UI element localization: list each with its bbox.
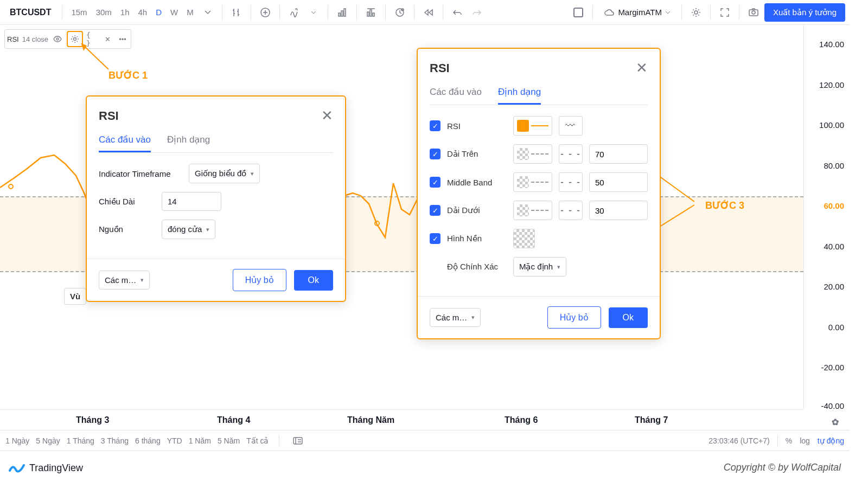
checkbox-middle[interactable]: ✓: [430, 177, 441, 188]
tab-style[interactable]: Định dạng: [498, 86, 541, 105]
range-1y[interactable]: 1 Năm: [189, 436, 211, 445]
x-axis: Tháng 3 Tháng 4 Tháng Năm Tháng 6 Tháng …: [0, 409, 803, 430]
compare-icon[interactable]: [334, 4, 351, 21]
tf-m[interactable]: M: [183, 5, 197, 19]
redo-icon[interactable]: [468, 4, 486, 21]
close-icon[interactable]: ✕: [321, 107, 333, 124]
defaults-select[interactable]: Các m… ▾: [99, 271, 150, 290]
defaults-label: Các m…: [105, 275, 136, 285]
close-icon[interactable]: ✕: [636, 60, 648, 76]
bartype-icon[interactable]: [228, 4, 245, 21]
bg-color-swatch[interactable]: [513, 229, 535, 248]
range-all[interactable]: Tất cả: [246, 436, 269, 445]
tf-1h[interactable]: 1h: [117, 5, 133, 19]
ok-button[interactable]: Ok: [294, 270, 333, 291]
y-tick: 60.00: [824, 201, 844, 210]
tf-30m[interactable]: 30m: [93, 5, 115, 19]
tab-inputs[interactable]: Các đầu vào: [430, 86, 482, 105]
y-tick: 140.00: [819, 40, 844, 49]
cancel-button[interactable]: Hủy bỏ: [547, 306, 601, 329]
svg-rect-1: [339, 13, 340, 16]
undo-icon[interactable]: [449, 4, 466, 21]
defaults-select[interactable]: Các m… ▾: [430, 308, 481, 327]
footer: TradingView Copyright © by WolfCapital: [0, 451, 850, 495]
log-toggle[interactable]: log: [800, 436, 810, 445]
tf-d[interactable]: D: [152, 5, 165, 19]
style-bg-label: Hình Nền: [447, 234, 507, 243]
tf-15m[interactable]: 15m: [68, 5, 90, 19]
range-1d[interactable]: 1 Ngày: [5, 436, 29, 445]
chevron-down-icon[interactable]: [305, 4, 322, 21]
middle-linestyle[interactable]: - - -: [559, 172, 583, 192]
svg-point-11: [752, 11, 755, 14]
publish-button[interactable]: Xuất bản ý tưởng: [764, 3, 845, 22]
defaults-label: Các m…: [436, 313, 467, 322]
tf-w[interactable]: W: [167, 5, 181, 19]
range-5y[interactable]: 5 Năm: [218, 436, 240, 445]
lower-color-swatch[interactable]: [513, 201, 552, 220]
checkbox-background[interactable]: ✓: [430, 233, 441, 244]
tradingview-glyph-icon: [9, 462, 25, 474]
style-middle-label: Middle Band: [447, 178, 507, 187]
auto-toggle[interactable]: tự động: [818, 436, 844, 445]
indicator-timeframe-select[interactable]: Giống biểu đồ ▾: [189, 164, 260, 183]
y-tick: 100.00: [819, 120, 844, 130]
lower-linestyle[interactable]: - - -: [559, 201, 583, 220]
upper-color-swatch[interactable]: [513, 144, 552, 164]
range-5d[interactable]: 5 Ngày: [36, 436, 60, 445]
range-6m[interactable]: 6 tháng: [135, 436, 161, 445]
y-tick: -20.00: [821, 363, 844, 372]
dialog-title: RSI: [430, 61, 450, 75]
pct-toggle[interactable]: %: [786, 436, 792, 445]
settings-icon[interactable]: [687, 4, 705, 21]
tf-4h[interactable]: 4h: [135, 5, 151, 19]
chevron-down-icon: ▾: [206, 226, 209, 233]
middle-color-swatch[interactable]: [513, 172, 552, 192]
style-upper-label: Dải Trên: [447, 149, 507, 159]
svg-rect-3: [344, 9, 346, 16]
rsi-linestyle[interactable]: 〰: [559, 116, 583, 136]
style-lower-label: Dải Dưới: [447, 205, 507, 215]
upper-value-input[interactable]: [589, 144, 648, 164]
indicator-timeframe-label: Indicator Timeframe: [99, 169, 180, 178]
tf-dropdown-icon[interactable]: [199, 4, 216, 21]
precision-select[interactable]: Mặc định ▾: [513, 257, 566, 277]
upper-linestyle[interactable]: - - -: [559, 144, 583, 164]
financials-icon[interactable]: [362, 4, 380, 21]
rsi-color-swatch[interactable]: [513, 116, 552, 136]
range-bar: 1 Ngày 5 Ngày 1 Tháng 3 Tháng 6 tháng YT…: [0, 430, 850, 451]
layout-icon[interactable]: [570, 4, 587, 21]
source-select[interactable]: đóng cửa ▾: [162, 220, 215, 239]
replay-icon[interactable]: [420, 4, 437, 21]
y-tick: 120.00: [819, 80, 844, 89]
symbol-label[interactable]: BTCUSDT: [4, 8, 56, 17]
tab-inputs[interactable]: Các đầu vào: [99, 134, 151, 152]
indicators-icon[interactable]: [285, 4, 303, 21]
axis-settings-icon[interactable]: ✿: [826, 413, 844, 430]
checkbox-upper[interactable]: ✓: [430, 149, 441, 159]
checkbox-lower[interactable]: ✓: [430, 205, 441, 216]
checkbox-rsi[interactable]: ✓: [430, 120, 441, 131]
cancel-button[interactable]: Hủy bỏ: [233, 269, 286, 291]
lower-value-input[interactable]: [589, 201, 648, 220]
range-3m[interactable]: 3 Tháng: [101, 436, 129, 445]
add-icon[interactable]: [257, 4, 274, 21]
y-tick: -40.00: [821, 401, 844, 410]
svg-rect-2: [341, 11, 343, 16]
length-input[interactable]: [162, 192, 221, 211]
tab-style[interactable]: Định dạng: [167, 134, 210, 152]
goto-date-icon[interactable]: [289, 432, 307, 449]
profile-dropdown[interactable]: MargimATM: [598, 5, 676, 19]
alert-icon[interactable]: [391, 4, 409, 21]
range-ytd[interactable]: YTD: [167, 436, 182, 445]
middle-value-input[interactable]: [589, 172, 648, 192]
y-axis: 140.00 120.00 100.00 80.00 60.00 40.00 2…: [803, 25, 850, 409]
svg-point-9: [694, 11, 698, 14]
range-1m[interactable]: 1 Tháng: [67, 436, 94, 445]
zone-chip: Vù: [64, 288, 86, 305]
y-tick: 40.00: [824, 241, 844, 250]
clock-time: 23:03:46 (UTC+7): [709, 436, 769, 445]
fullscreen-icon[interactable]: [716, 4, 733, 21]
snapshot-icon[interactable]: [745, 4, 762, 21]
ok-button[interactable]: Ok: [609, 307, 648, 328]
